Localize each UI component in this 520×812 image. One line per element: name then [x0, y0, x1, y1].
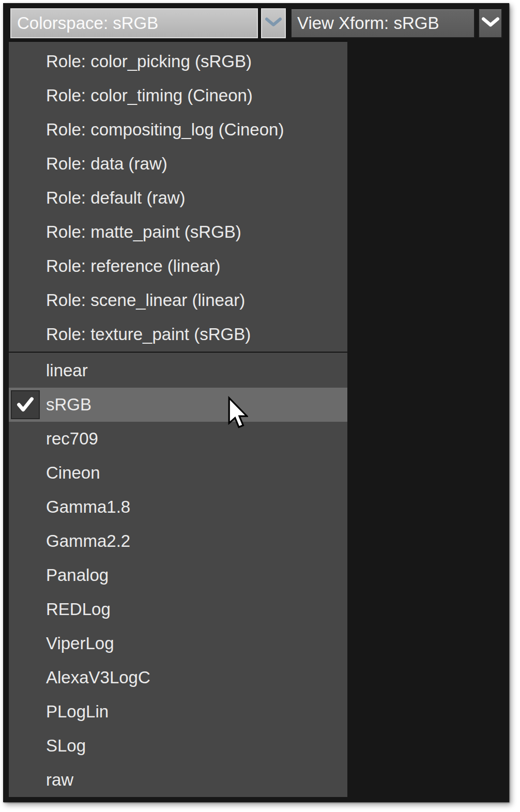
- menu-item-label: Panalog: [9, 565, 109, 585]
- menu-item-role[interactable]: Role: compositing_log (Cineon): [9, 113, 347, 147]
- menu-item-role[interactable]: Role: data (raw): [9, 147, 347, 181]
- menu-item-sRGB[interactable]: sRGB: [9, 388, 347, 422]
- view-xform-dropdown[interactable]: View Xform: sRGB: [290, 8, 502, 38]
- menu-item-Cineon[interactable]: Cineon: [9, 456, 347, 490]
- menu-item-label: linear: [9, 361, 88, 380]
- menu-item-label: rec709: [9, 429, 98, 449]
- menu-item-role[interactable]: Role: matte_paint (sRGB): [9, 215, 347, 249]
- menu-item-raw[interactable]: raw: [9, 763, 347, 797]
- menu-item-label: Gamma1.8: [9, 497, 130, 517]
- menu-item-label: Role: data (raw): [9, 154, 167, 174]
- menu-item-linear[interactable]: linear: [9, 354, 347, 388]
- menu-item-Panalog[interactable]: Panalog: [9, 558, 347, 592]
- menu-item-label: Role: reference (linear): [9, 256, 220, 276]
- menu-item-REDLog[interactable]: REDLog: [9, 592, 347, 626]
- menu-item-label: REDLog: [9, 600, 111, 619]
- menu-item-SLog[interactable]: SLog: [9, 729, 347, 763]
- menu-item-label: Role: color_picking (sRGB): [9, 52, 252, 71]
- menu-item-label: AlexaV3LogC: [9, 668, 150, 687]
- checkmark-icon: [16, 395, 35, 414]
- colorspace-items-section: linear sRGB rec709 Cineon: [9, 354, 347, 797]
- colorspace-dropdown-value[interactable]: Colorspace: sRGB: [10, 8, 258, 38]
- menu-item-label: PLogLin: [9, 702, 109, 722]
- colorspace-dropdown[interactable]: Colorspace: sRGB: [10, 8, 286, 38]
- menu-item-Gamma1.8[interactable]: Gamma1.8: [9, 490, 347, 524]
- menu-item-PLogLin[interactable]: PLogLin: [9, 695, 347, 729]
- menu-item-Gamma2.2[interactable]: Gamma2.2: [9, 524, 347, 558]
- colorspace-menu: Role: color_picking (sRGB) Role: color_t…: [9, 40, 347, 797]
- menu-item-label: Gamma2.2: [9, 531, 130, 551]
- colorspace-dropdown-button[interactable]: [261, 8, 286, 38]
- menu-item-label: Cineon: [9, 463, 100, 483]
- menu-item-role[interactable]: Role: reference (linear): [9, 249, 347, 283]
- menu-item-label: SLog: [9, 736, 86, 756]
- menu-item-label: Role: compositing_log (Cineon): [9, 120, 284, 140]
- view-xform-dropdown-value[interactable]: View Xform: sRGB: [290, 8, 475, 38]
- menu-item-label: Role: matte_paint (sRGB): [9, 222, 241, 242]
- menu-item-label: Role: texture_paint (sRGB): [9, 325, 251, 344]
- menu-item-label: Role: default (raw): [9, 188, 186, 208]
- menu-item-role[interactable]: Role: scene_linear (linear): [9, 283, 347, 317]
- menu-item-label: ViperLog: [9, 634, 114, 653]
- role-items-section: Role: color_picking (sRGB) Role: color_t…: [9, 44, 347, 351]
- menu-item-role[interactable]: Role: default (raw): [9, 181, 347, 215]
- checkbox: [11, 390, 40, 419]
- app-background: Colorspace: sRGB View Xform: sRGB: [3, 3, 509, 802]
- menu-item-role[interactable]: Role: color_timing (Cineon): [9, 79, 347, 113]
- menu-item-ViperLog[interactable]: ViperLog: [9, 626, 347, 661]
- view-xform-dropdown-button[interactable]: [478, 8, 502, 38]
- menu-item-label: raw: [9, 770, 73, 790]
- menu-item-label: Role: color_timing (Cineon): [9, 86, 253, 105]
- chevron-down-icon: [265, 17, 282, 30]
- menu-item-label: Role: scene_linear (linear): [9, 290, 245, 310]
- menu-item-role[interactable]: Role: texture_paint (sRGB): [9, 317, 347, 351]
- menu-item-AlexaV3LogC[interactable]: AlexaV3LogC: [9, 661, 347, 695]
- chevron-down-icon: [481, 16, 500, 30]
- menu-item-role[interactable]: Role: color_picking (sRGB): [9, 44, 347, 79]
- menu-item-rec709[interactable]: rec709: [9, 422, 347, 456]
